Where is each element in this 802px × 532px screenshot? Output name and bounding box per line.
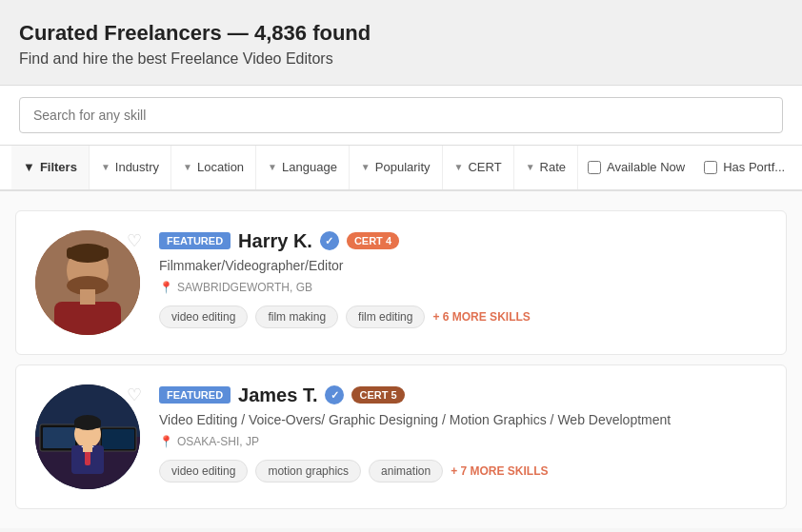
location-label: Location bbox=[197, 160, 244, 174]
location-chevron-icon: ▼ bbox=[183, 162, 192, 172]
skill-tag-harry-1: film making bbox=[255, 305, 338, 328]
card-header-james: FEATURED James T. ✓ CERT 5 bbox=[159, 384, 767, 406]
available-now-label: Available Now bbox=[607, 160, 685, 174]
svg-rect-12 bbox=[102, 429, 134, 449]
language-label: Language bbox=[282, 160, 337, 174]
page-title: Curated Freelancers — 4,836 found bbox=[19, 19, 783, 49]
freelancer-title-james: Video Editing / Voice-Overs/ Graphic Des… bbox=[159, 412, 767, 427]
skill-tag-harry-0: video editing bbox=[159, 305, 248, 328]
available-now-filter[interactable]: Available Now bbox=[578, 146, 694, 189]
skill-tag-james-2: animation bbox=[369, 460, 443, 483]
avatar-wrapper-harry: ♡ bbox=[35, 230, 140, 335]
cert-label: CERT bbox=[468, 160, 501, 174]
rate-label: Rate bbox=[540, 160, 566, 174]
has-portfolio-label: Has Portf... bbox=[723, 160, 785, 174]
card-header-harry: FEATURED Harry K. ✓ CERT 4 bbox=[159, 230, 767, 252]
skills-row-james: video editing motion graphics animation … bbox=[159, 460, 767, 483]
svg-rect-4 bbox=[80, 289, 95, 305]
more-skills-james[interactable]: + 7 MORE SKILLS bbox=[451, 464, 548, 478]
industry-chevron-icon: ▼ bbox=[101, 162, 110, 172]
skill-tag-harry-2: film editing bbox=[346, 305, 425, 328]
location-text-james: OSAKA-SHI, JP bbox=[177, 435, 259, 448]
featured-badge-harry: FEATURED bbox=[159, 232, 231, 249]
freelancer-card-james: ♡ FEATURED James T. ✓ CERT 5 Video Editi… bbox=[15, 365, 787, 509]
popularity-chevron-icon: ▼ bbox=[361, 162, 371, 172]
location-pin-icon-james: 📍 bbox=[159, 435, 173, 448]
search-input[interactable] bbox=[19, 97, 783, 133]
freelancer-name-harry: Harry K. bbox=[238, 230, 312, 252]
svg-rect-6 bbox=[67, 247, 109, 259]
available-now-checkbox[interactable] bbox=[588, 161, 601, 174]
cert-chevron-icon: ▼ bbox=[454, 162, 464, 172]
location-pin-icon-harry: 📍 bbox=[159, 281, 173, 294]
filters-bar: ▼ Filters ▼ Industry ▼ Location ▼ Langua… bbox=[0, 146, 802, 191]
cert-badge-james: CERT 5 bbox=[351, 386, 404, 404]
has-portfolio-filter[interactable]: Has Portf... bbox=[694, 146, 794, 189]
popularity-filter-button[interactable]: ▼ Popularity bbox=[350, 146, 443, 189]
card-content-james: FEATURED James T. ✓ CERT 5 Video Editing… bbox=[159, 384, 767, 483]
filter-funnel-icon: ▼ bbox=[23, 160, 35, 174]
avatar-wrapper-james: ♡ bbox=[35, 384, 140, 489]
location-filter-button[interactable]: ▼ Location bbox=[171, 146, 256, 189]
header-section: Curated Freelancers — 4,836 found Find a… bbox=[0, 0, 802, 86]
freelancer-name-james: James T. bbox=[238, 384, 317, 406]
industry-label: Industry bbox=[115, 160, 159, 174]
freelancer-title-harry: Filmmaker/Videographer/Editor bbox=[159, 258, 767, 273]
skill-tag-james-0: video editing bbox=[159, 460, 248, 483]
cert-badge-harry: CERT 4 bbox=[347, 232, 399, 249]
language-chevron-icon: ▼ bbox=[268, 162, 277, 172]
location-row-james: 📍 OSAKA-SHI, JP bbox=[159, 435, 767, 448]
listings-section: ♡ FEATURED Harry K. ✓ CERT 4 Filmmaker/V… bbox=[0, 191, 802, 528]
cert-filter-button[interactable]: ▼ CERT bbox=[443, 146, 514, 189]
language-filter-button[interactable]: ▼ Language bbox=[256, 146, 350, 189]
featured-badge-james: FEATURED bbox=[159, 386, 231, 404]
skill-tag-james-1: motion graphics bbox=[255, 460, 361, 483]
verified-icon-harry: ✓ bbox=[320, 231, 339, 250]
page-subtitle: Find and hire the best Freelance Video E… bbox=[19, 50, 783, 68]
more-skills-harry[interactable]: + 6 MORE SKILLS bbox=[432, 310, 530, 324]
svg-rect-19 bbox=[83, 444, 92, 452]
location-row-harry: 📍 SAWBRIDGEWORTH, GB bbox=[159, 281, 767, 294]
has-portfolio-checkbox[interactable] bbox=[704, 161, 717, 174]
filters-button[interactable]: ▼ Filters bbox=[11, 146, 90, 189]
avatar-harry bbox=[35, 230, 140, 335]
avatar-james bbox=[35, 384, 140, 489]
filters-label: Filters bbox=[40, 160, 77, 174]
skills-row-harry: video editing film making film editing +… bbox=[159, 305, 767, 328]
rate-chevron-icon: ▼ bbox=[526, 162, 535, 172]
popularity-label: Popularity bbox=[375, 160, 431, 174]
freelancer-card-harry: ♡ FEATURED Harry K. ✓ CERT 4 Filmmaker/V… bbox=[15, 210, 787, 355]
rate-filter-button[interactable]: ▼ Rate bbox=[514, 146, 578, 189]
svg-rect-3 bbox=[54, 302, 121, 335]
industry-filter-button[interactable]: ▼ Industry bbox=[90, 146, 171, 189]
favorite-icon-harry[interactable]: ♡ bbox=[127, 230, 148, 251]
favorite-icon-james[interactable]: ♡ bbox=[127, 384, 148, 405]
svg-rect-10 bbox=[43, 427, 75, 448]
svg-rect-15 bbox=[74, 419, 101, 428]
search-section bbox=[0, 86, 802, 146]
card-content-harry: FEATURED Harry K. ✓ CERT 4 Filmmaker/Vid… bbox=[159, 230, 767, 328]
location-text-harry: SAWBRIDGEWORTH, GB bbox=[177, 281, 312, 294]
verified-icon-james: ✓ bbox=[325, 385, 344, 404]
